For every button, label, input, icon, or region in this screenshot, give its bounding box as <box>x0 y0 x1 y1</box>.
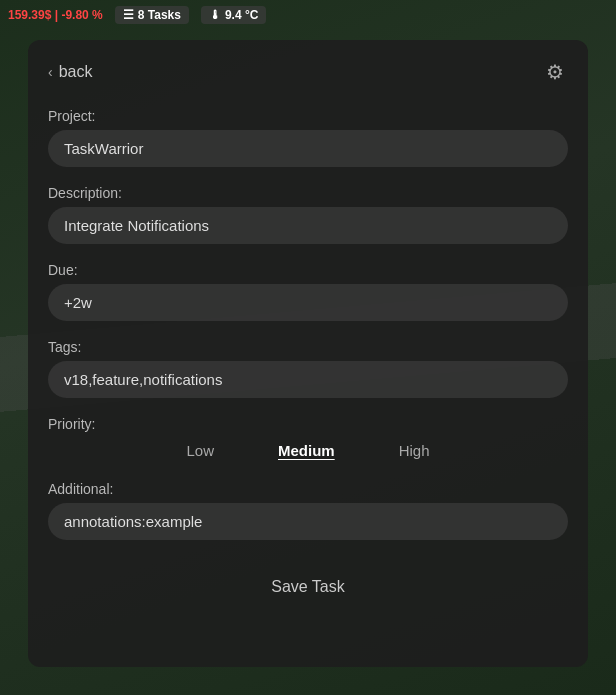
temp-icon: 🌡 <box>209 8 221 22</box>
description-label: Description: <box>48 185 568 201</box>
back-button[interactable]: ‹ back <box>48 63 92 81</box>
additional-input[interactable] <box>48 503 568 540</box>
save-task-button[interactable]: Save Task <box>247 570 369 604</box>
main-panel: ‹ back ⚙ Project: Description: Due: Tags… <box>28 40 588 667</box>
priority-options: Low Medium High <box>48 438 568 463</box>
additional-label: Additional: <box>48 481 568 497</box>
temp-indicator: 🌡 9.4 °C <box>201 6 266 24</box>
priority-medium[interactable]: Medium <box>270 438 343 463</box>
tasks-label: 8 Tasks <box>138 8 181 22</box>
due-input[interactable] <box>48 284 568 321</box>
panel-header: ‹ back ⚙ <box>48 56 568 88</box>
settings-button[interactable]: ⚙ <box>542 56 568 88</box>
gear-icon: ⚙ <box>546 61 564 83</box>
priority-field-group: Priority: Low Medium High <box>48 416 568 463</box>
tags-field-group: Tags: <box>48 339 568 398</box>
priority-low[interactable]: Low <box>178 438 222 463</box>
back-chevron-icon: ‹ <box>48 64 53 80</box>
project-input[interactable] <box>48 130 568 167</box>
tasks-icon: ☰ <box>123 8 134 22</box>
priority-label: Priority: <box>48 416 568 432</box>
top-bar: 159.39$ | -9.80 % ☰ 8 Tasks 🌡 9.4 °C <box>0 0 616 30</box>
description-input[interactable] <box>48 207 568 244</box>
priority-high[interactable]: High <box>391 438 438 463</box>
description-field-group: Description: <box>48 185 568 244</box>
tasks-indicator: ☰ 8 Tasks <box>115 6 189 24</box>
project-label: Project: <box>48 108 568 124</box>
tags-label: Tags: <box>48 339 568 355</box>
price-label: 159.39$ | -9.80 % <box>8 8 103 22</box>
tags-input[interactable] <box>48 361 568 398</box>
due-field-group: Due: <box>48 262 568 321</box>
back-label: back <box>59 63 93 81</box>
additional-field-group: Additional: <box>48 481 568 540</box>
temp-label: 9.4 °C <box>225 8 258 22</box>
project-field-group: Project: <box>48 108 568 167</box>
due-label: Due: <box>48 262 568 278</box>
